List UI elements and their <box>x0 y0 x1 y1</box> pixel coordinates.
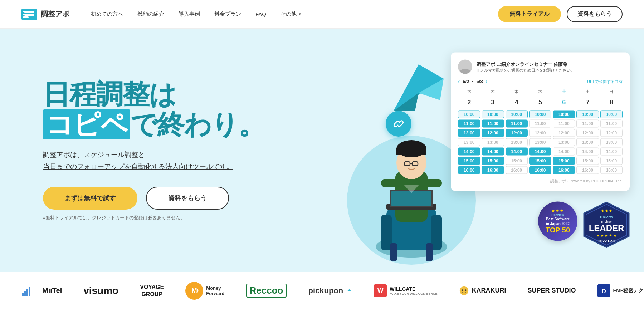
logo[interactable]: 調整アポ <box>21 9 69 20</box>
svg-rect-34 <box>22 293 24 296</box>
badge-top50: ★★★ ITreview Best Softwarein Japan 2022 … <box>538 202 577 241</box>
slot-1-6[interactable]: 11:00 <box>600 120 623 128</box>
slot-0-3[interactable]: 10:00 <box>529 111 551 118</box>
svg-rect-18 <box>426 243 433 261</box>
hero-subtitle-underline: 当日までのフォローアップを自動化する法人向けツールです。 <box>43 163 233 170</box>
cal-day-label-2: 木 <box>506 88 528 96</box>
slot-6-5[interactable]: 16:00 <box>576 166 599 174</box>
slot-6-2[interactable]: 16:00 <box>506 166 528 174</box>
logo-karakuri: KARAKURI <box>459 286 506 296</box>
logo-willgate: W WILLGATE MAKE YOUR WILL COME TRUE <box>374 284 437 297</box>
svg-rect-27 <box>396 148 426 155</box>
money-text: Money <box>206 285 224 291</box>
slot-5-1[interactable]: 15:00 <box>482 157 504 165</box>
hero-subtitle: 調整アポは、スケジュール調整と 当日までのフォローアップを自動化する法人向けツー… <box>43 149 265 172</box>
slot-3-2[interactable]: 13:00 <box>506 138 528 146</box>
slot-6-3[interactable]: 16:00 <box>529 166 551 174</box>
free-trial-button[interactable]: 無料トライアル <box>498 6 561 22</box>
paper-plane-icon <box>394 64 444 112</box>
partner-logos-bar: MiiTel visumo VOYAGEGROUP M Money Forwar… <box>0 272 644 309</box>
slot-4-5[interactable]: 14:00 <box>576 148 599 156</box>
cal-prev-arrow[interactable]: ‹ <box>458 78 460 85</box>
badge-leader-bg: ★★★ ITreview review LEADER ★ ★ ★ ★ ★ 202… <box>583 202 630 248</box>
slot-2-2[interactable]: 12:00 <box>506 129 528 137</box>
slot-0-2[interactable]: 10:00 <box>506 111 528 118</box>
nav-item-cases[interactable]: 導入事例 <box>179 11 200 18</box>
svg-text:D: D <box>602 288 606 294</box>
svg-rect-21 <box>426 179 442 187</box>
calendar-mockup: 調整アポ ご紹介オンラインセミナー 佐藤希 ITメルマガ配信のご選択のため日本を… <box>451 53 630 191</box>
slot-0-4[interactable]: 10:00 <box>553 111 575 118</box>
get-document-button[interactable]: 資料をもらう <box>567 6 623 22</box>
cal-share-link[interactable]: URLで公開する共有 <box>587 79 623 84</box>
slot-4-2[interactable]: 14:00 <box>506 148 528 156</box>
slot-3-1[interactable]: 13:00 <box>482 138 504 146</box>
hero-cta: まずは無料で試す 資料をもらう <box>43 187 265 210</box>
slot-1-1[interactable]: 11:00 <box>482 120 504 128</box>
nav-item-faq[interactable]: FAQ <box>255 11 266 17</box>
svg-text:★ ★ ★ ★ ★: ★ ★ ★ ★ ★ <box>596 234 616 237</box>
hero-free-trial-button[interactable]: まずは無料で試す <box>43 187 137 210</box>
slot-4-4[interactable]: 14:00 <box>553 148 575 156</box>
header-buttons: 無料トライアル 資料をもらう <box>498 6 623 22</box>
character-illustration <box>354 93 469 272</box>
cal-next-arrow[interactable]: › <box>486 78 488 85</box>
slot-2-6[interactable]: 12:00 <box>600 129 623 137</box>
cal-grid: 木 木 木 木 土 土 日 2 3 4 5 6 7 8 10:00 10:00 … <box>458 88 623 174</box>
badge-top50-label: TOP 50 <box>546 226 570 234</box>
slot-5-5[interactable]: 15:00 <box>576 157 599 165</box>
cal-event-title: 調整アポ ご紹介オンラインセミナー 佐藤希 <box>477 61 623 67</box>
slot-1-3[interactable]: 11:00 <box>529 120 551 128</box>
slot-4-3[interactable]: 14:00 <box>529 148 551 156</box>
nav-item-pricing[interactable]: 料金プラン <box>214 11 241 18</box>
slot-2-4[interactable]: 12:00 <box>553 129 575 137</box>
hero-section: 日程調整は コピペ で終わり。 調整アポは、スケジュール調整と 当日までのフォロ… <box>0 29 644 272</box>
slot-1-2[interactable]: 11:00 <box>506 120 528 128</box>
svg-rect-2 <box>23 16 29 18</box>
svg-point-4 <box>459 69 471 74</box>
slot-4-6[interactable]: 14:00 <box>600 148 623 156</box>
svg-text:2022 Fall: 2022 Fall <box>598 239 615 243</box>
hero-material-button[interactable]: 資料をもらう <box>146 187 229 210</box>
slot-5-3[interactable]: 15:00 <box>529 157 551 165</box>
hero-title-line2: コピペ で終わり。 <box>43 109 265 139</box>
miitel-icon <box>21 285 39 296</box>
slot-6-4[interactable]: 16:00 <box>553 166 575 174</box>
slot-5-2[interactable]: 15:00 <box>506 157 528 165</box>
link-icon-circle <box>386 111 411 137</box>
slot-5-4[interactable]: 15:00 <box>553 157 575 165</box>
slot-3-5[interactable]: 13:00 <box>576 138 599 146</box>
cal-event-sub: ITメルマガ配信のご選択のため日本をお選びください。 <box>477 67 623 73</box>
logo-miitel: MiiTel <box>21 285 62 296</box>
cal-day-num-6: 8 <box>600 97 623 109</box>
logo-voyage: VOYAGEGROUP <box>140 284 164 297</box>
slot-3-3[interactable]: 13:00 <box>529 138 551 146</box>
slot-3-4[interactable]: 13:00 <box>553 138 575 146</box>
cal-day-num-5: 7 <box>576 97 599 109</box>
badge-top50-brand: ITreview <box>551 213 564 217</box>
svg-text:LEADER: LEADER <box>589 223 624 233</box>
nav-item-features[interactable]: 機能の紹介 <box>137 11 164 18</box>
slot-6-1[interactable]: 16:00 <box>482 166 504 174</box>
slot-2-3[interactable]: 12:00 <box>529 129 551 137</box>
nav-item-other[interactable]: その他 ▼ <box>280 11 302 18</box>
slot-0-5[interactable]: 10:00 <box>576 111 599 118</box>
slot-5-6[interactable]: 15:00 <box>600 157 623 165</box>
nav-item-beginner[interactable]: 初めての方へ <box>91 11 123 18</box>
fmf-icon: D <box>597 284 610 297</box>
slot-3-6[interactable]: 13:00 <box>600 138 623 146</box>
slot-0-1[interactable]: 10:00 <box>482 111 504 118</box>
slot-0-6[interactable]: 10:00 <box>600 111 623 118</box>
slot-2-5[interactable]: 12:00 <box>576 129 599 137</box>
slot-1-5[interactable]: 11:00 <box>576 120 599 128</box>
cal-avatar <box>458 60 472 74</box>
willgate-icon: W <box>374 284 387 297</box>
cal-day-num-1: 3 <box>482 97 504 109</box>
slot-1-4[interactable]: 11:00 <box>553 120 575 128</box>
slot-4-1[interactable]: 14:00 <box>482 148 504 156</box>
reccoo-text: Reccoo <box>246 284 287 298</box>
forward-text: Forward <box>206 291 224 296</box>
slot-6-6[interactable]: 16:00 <box>600 166 623 174</box>
slot-2-1[interactable]: 12:00 <box>482 129 504 137</box>
svg-rect-37 <box>29 287 30 296</box>
